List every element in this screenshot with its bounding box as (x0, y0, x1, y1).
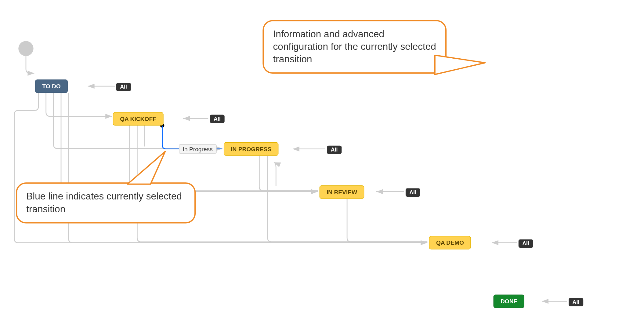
all-badge-qa-kickoff[interactable]: All (210, 115, 224, 123)
callout-right-text: Information and advanced configuration f… (273, 28, 436, 64)
callout-right: Information and advanced configuration f… (262, 20, 447, 74)
status-label: TO DO (42, 83, 60, 89)
status-done[interactable]: DONE (494, 294, 525, 308)
svg-point-0 (18, 41, 33, 56)
status-in-review[interactable]: IN REVIEW (320, 185, 364, 199)
transition-label-text: In Progress (183, 146, 213, 152)
status-qa-kickoff[interactable]: QA KICKOFF (113, 112, 163, 126)
all-badge-in-progress[interactable]: All (327, 146, 341, 154)
status-label: DONE (501, 298, 517, 305)
status-label: IN PROGRESS (231, 146, 271, 152)
status-label: IN REVIEW (327, 189, 357, 195)
all-badge-qa-demo[interactable]: All (519, 239, 533, 248)
callout-left-text: Blue line indicates currently selected t… (26, 191, 182, 214)
all-badge-todo[interactable]: All (116, 83, 131, 91)
status-in-progress[interactable]: IN PROGRESS (224, 142, 279, 156)
status-qa-demo[interactable]: QA DEMO (429, 236, 471, 250)
status-label: QA KICKOFF (120, 115, 156, 122)
transition-label-selected[interactable]: In Progress (179, 144, 216, 154)
status-todo[interactable]: TO DO (35, 79, 68, 93)
status-label: QA DEMO (436, 239, 464, 246)
callout-left: Blue line indicates currently selected t… (16, 182, 196, 223)
all-badge-in-review[interactable]: All (406, 188, 420, 197)
all-badge-done[interactable]: All (569, 298, 583, 306)
